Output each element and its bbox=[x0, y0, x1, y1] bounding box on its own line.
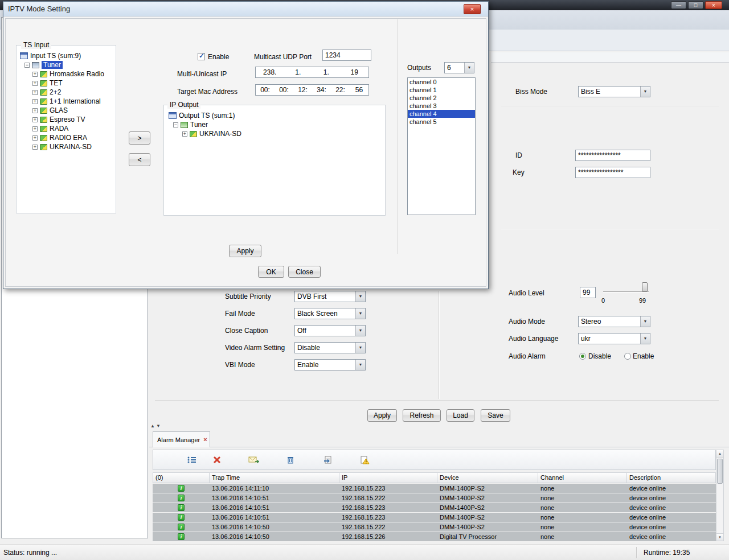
tree-node-output-ts[interactable]: Output TS (sum:1) bbox=[165, 111, 384, 120]
expand-icon[interactable] bbox=[32, 90, 38, 95]
expand-icon[interactable] bbox=[182, 131, 187, 137]
expand-icon[interactable] bbox=[32, 108, 38, 113]
tree-node-tuner[interactable]: Tuner bbox=[18, 60, 114, 69]
fail-mode-dropdown[interactable]: Black Screen ▼ bbox=[294, 308, 366, 319]
biss-mode-dropdown[interactable]: Biss E ▼ bbox=[578, 86, 650, 97]
tree-node-output-program[interactable]: UKRAINA-SD bbox=[165, 129, 384, 138]
tree-node-program[interactable]: 1+1 International bbox=[18, 97, 114, 106]
chevron-down-icon[interactable]: ▼ bbox=[640, 333, 650, 344]
alarm-row[interactable]: 13.06.2016 14:10:50 192.168.15.222 DMM-1… bbox=[153, 522, 716, 532]
dialog-close-button[interactable]: × bbox=[464, 4, 481, 14]
chevron-down-icon[interactable]: ▼ bbox=[640, 87, 650, 97]
chevron-down-icon[interactable]: ▼ bbox=[355, 360, 365, 370]
alarm-send-button[interactable] bbox=[247, 452, 261, 467]
tree-node-program[interactable]: RADIO ERA bbox=[18, 133, 114, 142]
splitter-up-icon[interactable]: ▲ bbox=[150, 423, 156, 429]
video-alarm-dropdown[interactable]: Disable ▼ bbox=[294, 342, 366, 353]
col-device[interactable]: Device bbox=[437, 472, 538, 483]
expand-icon[interactable] bbox=[32, 99, 38, 104]
collapse-icon[interactable] bbox=[24, 63, 30, 68]
tree-node-input-ts[interactable]: Input TS (sum:9) bbox=[18, 51, 114, 60]
channel-item[interactable]: channel 5 bbox=[408, 118, 475, 126]
udp-port-field[interactable]: 1234 bbox=[322, 50, 371, 61]
refresh-button[interactable]: Refresh bbox=[403, 409, 441, 422]
close-dialog-button[interactable]: Close bbox=[288, 266, 321, 278]
chevron-down-icon[interactable]: ▼ bbox=[355, 326, 365, 336]
alarm-list-button[interactable] bbox=[185, 452, 199, 467]
alarm-scrollbar[interactable]: ▲ ▼ bbox=[716, 450, 724, 541]
audio-mode-dropdown[interactable]: Stereo ▼ bbox=[578, 316, 650, 327]
alarm-log-button[interactable] bbox=[357, 452, 372, 467]
maximize-button[interactable]: □ bbox=[688, 1, 703, 9]
chevron-down-icon[interactable]: ▼ bbox=[355, 343, 365, 353]
chevron-down-icon[interactable]: ▼ bbox=[464, 63, 474, 73]
col-description[interactable]: Description bbox=[627, 472, 716, 483]
col-count[interactable]: (0) bbox=[153, 472, 210, 483]
channel-item[interactable]: channel 1 bbox=[408, 86, 475, 94]
chevron-down-icon[interactable]: ▼ bbox=[640, 316, 650, 327]
tree-node-program[interactable]: UKRAINA-SD bbox=[18, 142, 114, 151]
minimize-button[interactable]: — bbox=[671, 1, 686, 9]
expand-icon[interactable] bbox=[32, 126, 38, 131]
tree-node-program[interactable]: Espreso TV bbox=[18, 115, 114, 124]
tree-node-program[interactable]: Hromadske Radio bbox=[18, 69, 114, 79]
alarm-row[interactable]: 13.06.2016 14:11:10 192.168.15.223 DMM-1… bbox=[153, 484, 716, 493]
tab-close-icon[interactable]: × bbox=[203, 437, 207, 443]
tree-node-output-tuner[interactable]: Tuner bbox=[165, 120, 384, 129]
tree-node-program[interactable]: 2+2 bbox=[18, 88, 114, 97]
dialog-apply-button[interactable]: Apply bbox=[229, 245, 261, 257]
audio-language-dropdown[interactable]: ukr ▼ bbox=[578, 333, 650, 344]
scroll-down-icon[interactable]: ▼ bbox=[716, 533, 723, 541]
alarm-row[interactable]: 13.06.2016 14:10:51 192.168.15.223 DMM-1… bbox=[153, 513, 716, 522]
alarm-row[interactable]: 13.06.2016 14:10:50 192.168.15.226 Digit… bbox=[153, 532, 716, 541]
audio-alarm-enable-radio[interactable] bbox=[624, 353, 631, 360]
load-button[interactable]: Load bbox=[447, 409, 474, 422]
move-right-button[interactable]: > bbox=[129, 131, 150, 145]
chevron-down-icon[interactable]: ▼ bbox=[355, 308, 365, 319]
close-button[interactable]: × bbox=[705, 1, 722, 9]
channel-item[interactable]: channel 0 bbox=[408, 78, 475, 86]
channel-item-selected[interactable]: channel 4 bbox=[408, 110, 475, 118]
id-field[interactable]: **************** bbox=[575, 150, 650, 161]
alarm-delete-button[interactable] bbox=[210, 452, 224, 467]
enable-checkbox[interactable] bbox=[198, 53, 205, 60]
alarm-clear-button[interactable] bbox=[283, 452, 298, 467]
apply-button[interactable]: Apply bbox=[367, 409, 397, 422]
scroll-up-icon[interactable]: ▲ bbox=[716, 450, 723, 458]
tree-node-program[interactable]: TET bbox=[18, 79, 114, 88]
col-channel[interactable]: Channel bbox=[538, 472, 627, 483]
move-left-button[interactable]: < bbox=[129, 153, 150, 166]
save-button[interactable]: Save bbox=[481, 409, 510, 422]
tab-alarm-manager[interactable]: Alarm Manager × bbox=[153, 431, 210, 447]
target-mac-field[interactable]: 00: 00: 12: 34: 22: 56 bbox=[255, 84, 369, 96]
close-caption-dropdown[interactable]: Off ▼ bbox=[294, 325, 366, 336]
expand-icon[interactable] bbox=[32, 117, 38, 122]
channel-item[interactable]: channel 3 bbox=[408, 102, 475, 110]
dialog-titlebar[interactable]: IPTV Mode Setting bbox=[3, 2, 488, 17]
scrollbar-thumb[interactable] bbox=[717, 459, 723, 484]
alarm-export-button[interactable] bbox=[320, 452, 335, 467]
audio-level-field[interactable]: 99 bbox=[580, 287, 596, 298]
col-ip[interactable]: IP bbox=[339, 472, 437, 483]
channel-item[interactable]: channel 2 bbox=[408, 94, 475, 102]
alarm-row[interactable]: 13.06.2016 14:10:51 192.168.15.223 DMM-1… bbox=[153, 503, 716, 512]
audio-alarm-disable-radio[interactable] bbox=[579, 353, 586, 360]
subtitle-priority-dropdown[interactable]: DVB First ▼ bbox=[294, 291, 366, 302]
panel-splitter[interactable]: ▲▼ bbox=[150, 423, 162, 429]
unicast-ip-field[interactable]: 238. 1. 1. 19 bbox=[255, 67, 369, 78]
expand-icon[interactable] bbox=[32, 81, 38, 86]
tree-node-program[interactable]: GLAS bbox=[18, 106, 114, 115]
tree-node-program[interactable]: RADA bbox=[18, 124, 114, 133]
ok-button[interactable]: OK bbox=[258, 266, 284, 278]
outputs-dropdown[interactable]: 6 ▼ bbox=[444, 62, 474, 73]
expand-icon[interactable] bbox=[32, 145, 38, 150]
chevron-down-icon[interactable]: ▼ bbox=[355, 291, 365, 302]
vbi-mode-dropdown[interactable]: Enable ▼ bbox=[294, 359, 366, 370]
splitter-down-icon[interactable]: ▼ bbox=[156, 423, 162, 429]
col-trap-time[interactable]: Trap Time bbox=[210, 472, 339, 483]
expand-icon[interactable] bbox=[32, 72, 38, 77]
expand-icon[interactable] bbox=[32, 135, 38, 141]
alarm-row[interactable]: 13.06.2016 14:10:51 192.168.15.222 DMM-1… bbox=[153, 493, 716, 503]
key-field[interactable]: ***************** bbox=[575, 167, 650, 178]
collapse-icon[interactable] bbox=[173, 122, 178, 127]
